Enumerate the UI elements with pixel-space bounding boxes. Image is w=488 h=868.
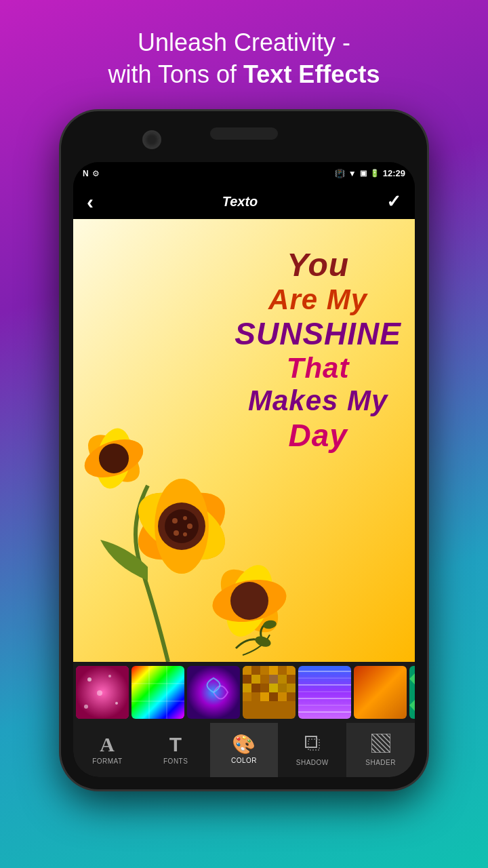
canvas-area[interactable]: You Are My SUNSHINE That Makes My Day xyxy=(73,219,415,662)
format-icon: A xyxy=(100,734,115,755)
app-title: Texto xyxy=(222,194,258,210)
status-icon-settings: ⚙ xyxy=(92,169,100,178)
status-icon-n: N xyxy=(83,169,89,178)
svg-line-94 xyxy=(386,743,390,748)
svg-rect-51 xyxy=(243,684,251,692)
svg-rect-72 xyxy=(409,666,415,719)
texture-item-5[interactable] xyxy=(298,666,351,719)
svg-line-90 xyxy=(386,738,390,743)
svg-point-8 xyxy=(172,518,178,524)
svg-point-31 xyxy=(84,705,88,709)
svg-rect-61 xyxy=(278,692,287,701)
svg-point-7 xyxy=(165,509,199,543)
svg-point-17 xyxy=(99,443,129,473)
svg-line-86 xyxy=(386,734,390,738)
bottom-toolbar: A FORMAT T FONTS 🎨 COLOR xyxy=(73,723,415,777)
svg-rect-53 xyxy=(260,684,269,692)
svg-rect-63 xyxy=(298,666,351,719)
texture-item-4[interactable] xyxy=(243,666,296,719)
svg-rect-42 xyxy=(269,666,278,675)
svg-rect-52 xyxy=(251,684,260,692)
app-bar: ‹ Texto ✓ xyxy=(73,185,415,219)
svg-rect-41 xyxy=(260,666,269,675)
svg-line-84 xyxy=(376,734,381,738)
status-left: N ⚙ xyxy=(83,169,100,178)
svg-rect-55 xyxy=(278,684,287,692)
svg-line-96 xyxy=(376,748,381,753)
svg-rect-60 xyxy=(269,692,278,701)
svg-line-91 xyxy=(371,743,376,748)
texture-bar xyxy=(73,662,415,723)
svg-rect-43 xyxy=(278,666,287,675)
phone-mockup: N ⚙ 📳 ▼ ▣ 🔋 12:29 ‹ Texto ✓ xyxy=(61,111,427,789)
svg-line-87 xyxy=(371,738,376,743)
svg-rect-44 xyxy=(287,666,296,675)
color-label: COLOR xyxy=(231,757,257,764)
svg-rect-50 xyxy=(287,675,296,684)
svg-rect-48 xyxy=(269,675,278,684)
svg-line-98 xyxy=(386,748,390,753)
svg-rect-58 xyxy=(251,692,260,701)
svg-line-97 xyxy=(381,748,386,753)
svg-rect-56 xyxy=(287,684,296,692)
promo-line1: Unleash Creativity - xyxy=(138,28,350,56)
texture-item-1[interactable] xyxy=(76,666,129,719)
status-time: 12:29 xyxy=(383,168,405,178)
svg-point-12 xyxy=(174,530,179,536)
svg-rect-81 xyxy=(308,739,319,750)
texture-item-6[interactable] xyxy=(354,666,407,719)
texture-item-3[interactable] xyxy=(187,666,240,719)
svg-rect-46 xyxy=(251,675,260,684)
fonts-icon: T xyxy=(169,734,182,755)
wifi-icon: ▼ xyxy=(348,169,357,178)
svg-line-93 xyxy=(381,743,386,748)
svg-point-9 xyxy=(183,516,187,520)
fonts-tool[interactable]: T FONTS xyxy=(142,723,210,777)
status-bar: N ⚙ 📳 ▼ ▣ 🔋 12:29 xyxy=(73,162,415,185)
promo-section: Unleash Creativity - with Tons of Text E… xyxy=(68,0,421,104)
shadow-label: SHADOW xyxy=(296,759,329,766)
svg-rect-32 xyxy=(131,666,184,719)
text-line-5: Makes My xyxy=(235,384,401,417)
fonts-label: FONTS xyxy=(163,757,188,765)
text-line-4: That xyxy=(235,352,401,384)
svg-rect-71 xyxy=(354,666,407,719)
svg-rect-49 xyxy=(278,675,287,684)
svg-line-85 xyxy=(381,734,386,738)
svg-point-28 xyxy=(108,675,111,677)
battery-icon: 🔋 xyxy=(370,169,380,178)
text-line-3: SUNSHINE xyxy=(235,316,401,352)
speaker xyxy=(210,127,278,140)
vibrate-icon: 📳 xyxy=(335,169,345,178)
texture-item-2[interactable] xyxy=(131,666,184,719)
svg-rect-57 xyxy=(243,692,251,701)
status-right: 📳 ▼ ▣ 🔋 12:29 xyxy=(335,168,405,178)
svg-line-89 xyxy=(381,738,386,743)
back-button[interactable]: ‹ xyxy=(87,191,94,214)
svg-rect-80 xyxy=(306,736,317,747)
svg-line-88 xyxy=(376,738,381,743)
canvas-text-block[interactable]: You Are My SUNSHINE That Makes My Day xyxy=(235,246,401,454)
texture-item-7[interactable] xyxy=(409,666,415,719)
svg-line-83 xyxy=(371,734,376,738)
svg-rect-40 xyxy=(251,666,260,675)
svg-point-11 xyxy=(183,532,187,536)
front-camera xyxy=(142,130,161,149)
shadow-icon xyxy=(303,734,322,756)
svg-rect-62 xyxy=(287,692,296,701)
promo-line2: with Tons of xyxy=(108,60,243,88)
svg-point-22 xyxy=(230,582,268,620)
color-tool[interactable]: 🎨 COLOR xyxy=(210,723,279,777)
shader-label: SHADER xyxy=(365,759,396,766)
svg-point-10 xyxy=(187,524,192,529)
svg-rect-47 xyxy=(260,675,269,684)
text-line-6: Day xyxy=(235,418,401,454)
shader-tool[interactable]: SHADER xyxy=(346,723,415,777)
shader-icon xyxy=(371,734,390,756)
shadow-tool[interactable]: SHADOW xyxy=(278,723,346,777)
confirm-button[interactable]: ✓ xyxy=(386,191,401,212)
svg-point-30 xyxy=(115,702,118,705)
svg-rect-54 xyxy=(269,684,278,692)
format-tool[interactable]: A FORMAT xyxy=(73,723,142,777)
text-line-1: You xyxy=(235,246,401,283)
